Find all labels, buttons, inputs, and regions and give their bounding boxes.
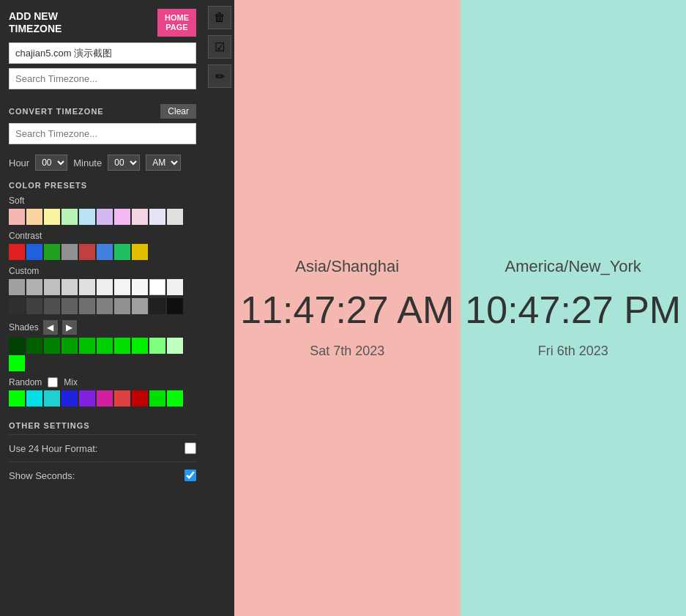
use-24h-label: Use 24 Hour Format: <box>9 443 97 454</box>
mix-label: Mix <box>64 377 78 387</box>
show-seconds-checkbox[interactable] <box>184 470 196 481</box>
convert-timezone-header: CONVERT TIMEZONE Clear <box>9 104 196 119</box>
soft-color-6[interactable] <box>97 209 113 225</box>
other-settings: OTHER SETTINGS Use 24 Hour Format: Show … <box>9 421 196 489</box>
contrast-colors-row <box>9 244 196 260</box>
other-settings-title: OTHER SETTINGS <box>9 421 196 430</box>
random-row: Random Mix <box>9 377 196 387</box>
shades-row: Shades ◀ ▶ <box>9 320 196 335</box>
use-24h-row: Use 24 Hour Format: <box>9 434 196 461</box>
shades-next-button[interactable]: ▶ <box>62 320 77 335</box>
edit-icon[interactable]: ✏ <box>208 64 231 88</box>
custom-color-6[interactable] <box>97 279 113 295</box>
custom-dark-5[interactable] <box>79 298 95 314</box>
shade-2[interactable] <box>26 338 42 354</box>
soft-color-3[interactable] <box>44 209 60 225</box>
icon-strip: 🗑 ☑ ✏ <box>205 0 234 616</box>
random-color-3[interactable] <box>44 390 60 407</box>
custom-dark-1[interactable] <box>9 298 25 314</box>
contrast-color-6[interactable] <box>97 244 113 260</box>
contrast-color-5[interactable] <box>79 244 95 260</box>
random-color-4[interactable] <box>61 390 78 407</box>
shade-8[interactable] <box>132 338 148 354</box>
color-presets-title: COLOR PRESETS <box>9 181 196 190</box>
random-color-1[interactable] <box>9 390 25 407</box>
contrast-color-2[interactable] <box>26 244 42 260</box>
site-input[interactable] <box>9 42 196 64</box>
shade-6[interactable] <box>97 338 113 354</box>
custom-colors-row2 <box>9 298 196 314</box>
clock-1-timezone: Asia/Shanghai <box>295 257 399 276</box>
random-color-7[interactable] <box>114 390 130 407</box>
custom-color-10[interactable] <box>167 279 183 295</box>
contrast-color-8[interactable] <box>132 244 148 260</box>
use-24h-checkbox[interactable] <box>184 442 196 454</box>
custom-color-2[interactable] <box>26 279 42 295</box>
custom-dark-6[interactable] <box>97 298 113 314</box>
contrast-color-1[interactable] <box>9 244 25 260</box>
time-row: Hour 00010203 04050607 08091011 12 Minut… <box>9 155 196 171</box>
soft-color-10[interactable] <box>167 209 183 225</box>
contrast-color-7[interactable] <box>114 244 130 260</box>
custom-color-7[interactable] <box>114 279 130 295</box>
contrast-label: Contrast <box>9 231 196 241</box>
clear-button[interactable]: Clear <box>160 104 196 119</box>
shades-colors-row <box>9 338 196 371</box>
custom-colors-row1 <box>9 279 196 295</box>
random-color-5[interactable] <box>79 390 95 407</box>
contrast-color-4[interactable] <box>61 244 78 260</box>
custom-color-9[interactable] <box>149 279 165 295</box>
hour-label: Hour <box>9 157 29 168</box>
shade-9[interactable] <box>149 338 165 354</box>
custom-dark-9[interactable] <box>149 298 165 314</box>
custom-dark-2[interactable] <box>26 298 42 314</box>
custom-color-3[interactable] <box>44 279 60 295</box>
custom-dark-3[interactable] <box>44 298 60 314</box>
hour-select[interactable]: 00010203 04050607 08091011 12 <box>35 155 67 171</box>
shades-prev-button[interactable]: ◀ <box>43 320 58 335</box>
soft-color-2[interactable] <box>26 209 42 225</box>
custom-dark-10[interactable] <box>167 298 183 314</box>
custom-color-4[interactable] <box>61 279 78 295</box>
shade-11[interactable] <box>9 355 25 371</box>
clock-2-time: 10:47:27 PM <box>465 288 681 332</box>
ampm-select[interactable]: AMPM <box>146 155 181 171</box>
random-color-8[interactable] <box>132 390 148 407</box>
shade-7[interactable] <box>114 338 130 354</box>
add-tz-header: ADD NEWTIMEZONE HOMEPAGE <box>9 9 196 37</box>
convert-title: CONVERT TIMEZONE <box>9 107 104 116</box>
soft-color-4[interactable] <box>61 209 78 225</box>
minute-label: Minute <box>73 157 102 168</box>
custom-color-8[interactable] <box>132 279 148 295</box>
custom-color-5[interactable] <box>79 279 95 295</box>
shade-1[interactable] <box>9 338 25 354</box>
custom-color-1[interactable] <box>9 279 25 295</box>
soft-color-8[interactable] <box>132 209 148 225</box>
shade-10[interactable] <box>167 338 183 354</box>
contrast-color-3[interactable] <box>44 244 60 260</box>
soft-color-5[interactable] <box>79 209 95 225</box>
random-color-6[interactable] <box>97 390 113 407</box>
random-color-9[interactable] <box>149 390 165 407</box>
soft-label: Soft <box>9 196 196 206</box>
convert-search-input[interactable] <box>9 123 196 144</box>
custom-dark-8[interactable] <box>132 298 148 314</box>
search-timezone-input[interactable] <box>9 68 196 89</box>
soft-color-9[interactable] <box>149 209 165 225</box>
mix-checkbox[interactable] <box>48 377 58 387</box>
soft-color-7[interactable] <box>114 209 130 225</box>
custom-label: Custom <box>9 266 196 276</box>
shade-3[interactable] <box>44 338 60 354</box>
shade-4[interactable] <box>61 338 78 354</box>
home-page-button[interactable]: HOMEPAGE <box>157 9 196 37</box>
check-icon[interactable]: ☑ <box>208 35 231 59</box>
clock-panel-1: Asia/Shanghai 11:47:27 AM Sat 7th 2023 <box>234 0 461 616</box>
shade-5[interactable] <box>79 338 95 354</box>
custom-dark-7[interactable] <box>114 298 130 314</box>
random-color-2[interactable] <box>26 390 42 407</box>
minute-select[interactable]: 00153045 <box>108 155 140 171</box>
random-color-10[interactable] <box>167 390 183 407</box>
soft-color-1[interactable] <box>9 209 25 225</box>
trash-icon[interactable]: 🗑 <box>208 6 231 29</box>
custom-dark-4[interactable] <box>61 298 78 314</box>
